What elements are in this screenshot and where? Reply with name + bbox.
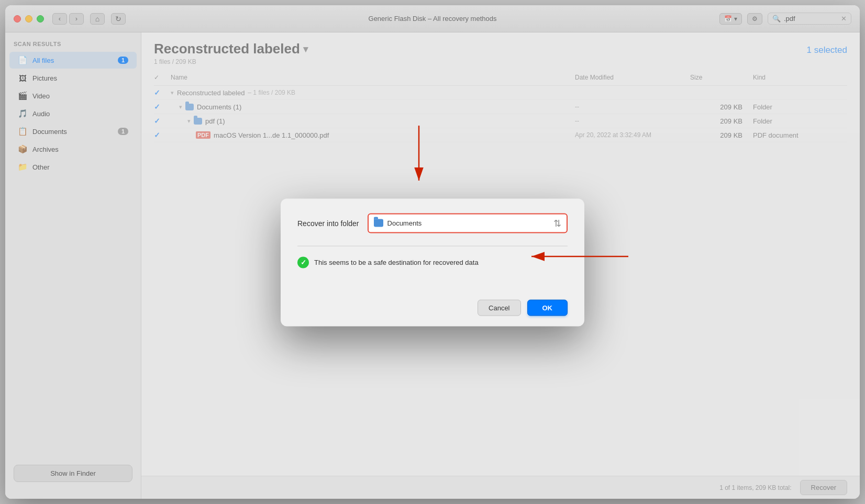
cancel-button[interactable]: Cancel — [478, 299, 520, 316]
dialog-label: Recover into folder — [297, 219, 359, 227]
folder-select-name: Documents — [387, 219, 549, 227]
folder-select-dropdown[interactable]: Documents ⇅ — [368, 213, 568, 233]
ok-button[interactable]: OK — [527, 299, 568, 316]
folder-select-icon — [374, 219, 383, 227]
dialog-divider — [297, 245, 568, 246]
dialog-status-text: This seems to be a safe destination for … — [314, 259, 479, 266]
status-check-icon: ✓ — [297, 256, 309, 268]
dialog-status: ✓ This seems to be a safe destination fo… — [297, 256, 568, 268]
folder-select-arrows-icon: ⇅ — [553, 217, 561, 229]
dialog-buttons: Cancel OK — [281, 291, 584, 326]
recover-dialog: Recover into folder Documents ⇅ ✓ This s… — [281, 198, 584, 326]
dialog-body: Recover into folder Documents ⇅ ✓ This s… — [281, 198, 584, 291]
dialog-row: Recover into folder Documents ⇅ — [297, 213, 568, 233]
